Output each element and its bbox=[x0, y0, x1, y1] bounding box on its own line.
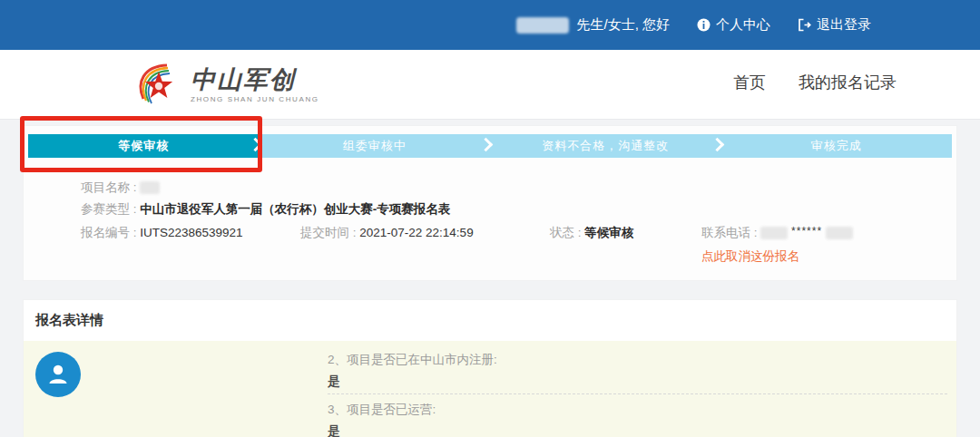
cancel-registration-link[interactable]: 点此取消这份报名 bbox=[701, 248, 799, 265]
user-greeting: 先生/女士, 您好 bbox=[516, 16, 670, 34]
project-name-label: 项目名称 : bbox=[81, 180, 137, 194]
avatar bbox=[35, 352, 81, 397]
step-label: 资料不合格，沟通整改 bbox=[542, 138, 669, 154]
project-name-redacted bbox=[140, 181, 160, 194]
phone-redacted-right bbox=[826, 227, 853, 239]
site-header: 中山军创 ZHONG SHAN JUN CHUANG 首页 我的报名记录 bbox=[0, 50, 980, 120]
personal-center-link[interactable]: 个人中心 bbox=[697, 16, 770, 34]
competition-type-row: 参赛类型 : 中山市退役军人第一届（农行杯）创业大赛-专项赛报名表 bbox=[81, 201, 450, 218]
annotation-box bbox=[20, 116, 262, 172]
step-committee-reviewing: 组委审核中 bbox=[260, 134, 491, 158]
logo-text: 中山军创 ZHONG SHAN JUN CHUANG bbox=[191, 67, 319, 103]
reg-no-row: 报名编号 : IUTS22386539921 bbox=[81, 225, 243, 241]
answer-item: 是 bbox=[328, 374, 340, 390]
nav-my-records[interactable]: 我的报名记录 bbox=[799, 72, 897, 93]
question-item: 3、项目是否已运营: bbox=[328, 402, 436, 418]
question-item: 2、项目是否已在中山市内注册: bbox=[328, 352, 497, 368]
personal-center-label: 个人中心 bbox=[716, 16, 770, 34]
step-label: 审核完成 bbox=[811, 138, 862, 154]
step-materials-rework: 资料不合格，沟通整改 bbox=[490, 134, 721, 158]
reg-no-value: IUTS22386539921 bbox=[140, 226, 242, 239]
form-details-body: 2、项目是否已在中山市内注册: 是 3、项目是否已运营: 是 bbox=[24, 341, 956, 437]
logout-label: 退出登录 bbox=[817, 16, 871, 34]
phone-masked: ****** bbox=[791, 225, 822, 238]
competition-type-label: 参赛类型 : bbox=[81, 202, 137, 216]
competition-type-value: 中山市退役军人第一届（农行杯）创业大赛-专项赛报名表 bbox=[140, 202, 450, 216]
logout-link[interactable]: 退出登录 bbox=[798, 16, 871, 34]
nav-home[interactable]: 首页 bbox=[733, 72, 766, 93]
phone-label: 联系电话 : bbox=[701, 226, 758, 239]
logo-title: 中山军创 bbox=[191, 67, 319, 94]
phone-redacted-left bbox=[760, 227, 788, 239]
logout-icon bbox=[798, 18, 811, 32]
submit-time-label: 提交时间 : bbox=[300, 226, 357, 239]
dashed-divider bbox=[328, 393, 947, 394]
person-icon bbox=[44, 361, 72, 388]
form-details-title: 报名表详情 bbox=[24, 300, 956, 341]
phone-row: 联系电话 : ****** bbox=[701, 225, 853, 241]
step-label: 组委审核中 bbox=[343, 138, 407, 154]
logo-star-icon bbox=[134, 59, 183, 112]
logo[interactable]: 中山军创 ZHONG SHAN JUN CHUANG bbox=[134, 59, 319, 112]
user-name-redacted bbox=[516, 17, 569, 34]
logo-subtitle: ZHONG SHAN JUN CHUANG bbox=[191, 95, 319, 103]
step-review-complete: 审核完成 bbox=[721, 134, 953, 158]
status-label: 状态 : bbox=[550, 226, 582, 239]
info-icon bbox=[697, 18, 710, 32]
submit-time-value: 2021-07-22 22:14:59 bbox=[359, 226, 473, 239]
topbar: 先生/女士, 您好 个人中心 退出登录 bbox=[0, 0, 980, 50]
greeting-text: 先生/女士, 您好 bbox=[576, 16, 670, 34]
form-details-card: 报名表详情 2、项目是否已在中山市内注册: 是 3、项目是否已运营: 是 bbox=[23, 299, 957, 437]
answer-item: 是 bbox=[328, 423, 340, 437]
status-row: 状态 : 等候审核 bbox=[550, 225, 633, 241]
reg-no-label: 报名编号 : bbox=[81, 226, 137, 239]
status-badge: 等候审核 bbox=[584, 226, 633, 239]
project-name-row: 项目名称 : bbox=[81, 180, 160, 196]
submit-time-row: 提交时间 : 2021-07-22 22:14:59 bbox=[300, 225, 474, 241]
main-nav: 首页 我的报名记录 bbox=[733, 72, 897, 93]
